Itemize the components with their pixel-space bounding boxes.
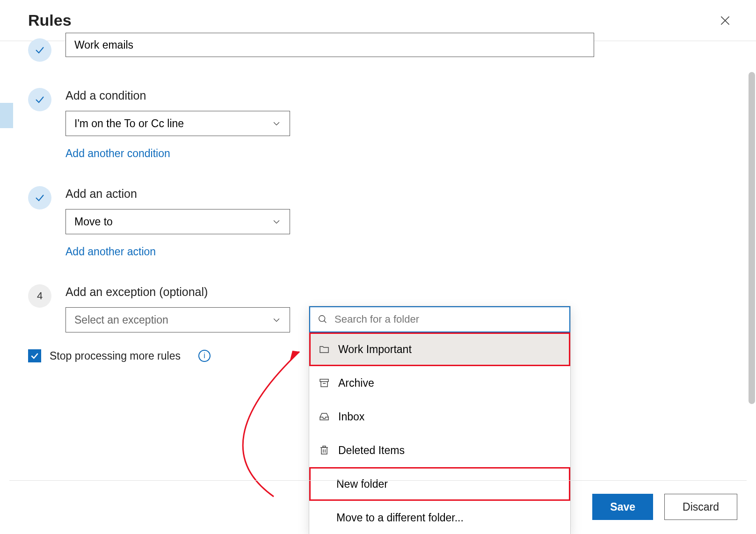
dialog-content: Add a condition I'm on the To or Cc line… [0,38,756,362]
folder-item-label: Inbox [338,411,364,423]
add-condition-link[interactable]: Add another condition [65,147,170,160]
folder-search-row [309,306,570,332]
svg-rect-4 [320,379,328,382]
discard-button[interactable]: Discard [664,494,737,520]
save-button[interactable]: Save [592,494,653,520]
folder-item-different-folder[interactable]: Move to a different folder... [309,501,570,534]
folder-item-label: Archive [338,377,374,390]
action-step: Add an action Move to Add another action [9,186,747,258]
folder-search-input[interactable] [334,313,562,325]
rule-name-body [65,38,747,57]
condition-selected: I'm on the To or Cc line [74,117,184,130]
folder-item-label: New folder [336,478,388,491]
condition-step: Add a condition I'm on the To or Cc line… [9,88,747,160]
dialog-footer: Save Discard [592,494,737,520]
check-icon [34,94,45,105]
svg-point-2 [319,316,325,322]
folder-picker-panel: Work Important Archive Inbox Deleted Ite… [309,306,571,534]
exception-dropdown[interactable]: Select an exception [65,307,290,332]
condition-title: Add a condition [65,89,747,102]
exception-title: Add an exception (optional) [65,285,747,299]
info-icon[interactable]: i [198,350,211,362]
svg-line-3 [324,321,327,323]
chevron-down-icon [272,119,281,128]
trash-icon [319,445,330,456]
archive-icon [319,377,330,389]
check-icon [34,44,45,56]
step-badge-check-2 [28,88,51,111]
condition-dropdown[interactable]: I'm on the To or Cc line [65,111,290,136]
exception-placeholder: Select an exception [74,314,168,326]
vertical-scrollbar[interactable] [749,72,755,404]
action-selected: Move to [74,216,113,228]
action-title: Add an action [65,187,747,201]
folder-item-new-folder[interactable]: New folder [309,467,570,501]
step-badge-check-3 [28,186,51,209]
check-icon [34,192,45,203]
folder-item-deleted[interactable]: Deleted Items [309,433,570,467]
folder-item-archive[interactable]: Archive [309,366,570,400]
folder-item-work-important[interactable]: Work Important [309,332,570,366]
action-dropdown[interactable]: Move to [65,209,290,234]
rule-name-step [9,38,747,62]
step-badge-check-1 [28,38,51,62]
rule-name-input[interactable] [65,33,594,57]
chevron-down-icon [272,217,281,226]
dialog-title: Rules [28,11,72,29]
check-icon [30,351,39,361]
close-icon [719,14,731,27]
stop-processing-checkbox[interactable] [28,349,41,362]
add-action-link[interactable]: Add another action [65,245,156,258]
stop-processing-label: Stop processing more rules [50,350,181,362]
folder-item-label: Work Important [338,343,412,356]
footer-divider [9,480,747,481]
folder-item-inbox[interactable]: Inbox [309,400,570,433]
condition-body: Add a condition I'm on the To or Cc line… [65,88,747,160]
close-button[interactable] [718,13,733,28]
chevron-down-icon [272,315,281,325]
search-icon [318,314,328,325]
folder-item-label: Move to a different folder... [336,512,464,524]
folder-icon [319,344,330,355]
folder-item-label: Deleted Items [338,444,405,457]
step-badge-4: 4 [28,284,51,308]
action-body: Add an action Move to Add another action [65,186,747,258]
inbox-icon [319,411,330,422]
